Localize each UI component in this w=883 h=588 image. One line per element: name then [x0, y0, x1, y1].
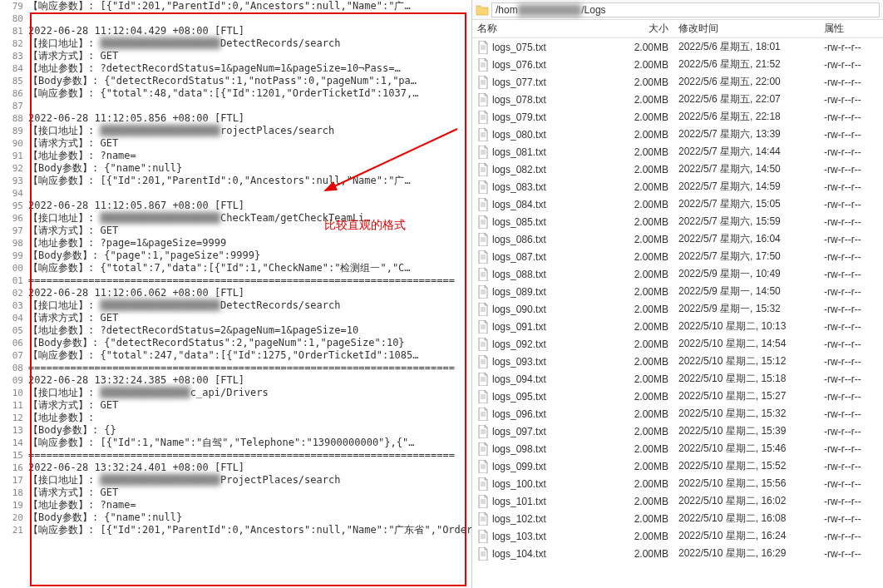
- code-line[interactable]: [28, 187, 471, 200]
- file-row[interactable]: logs_104.txt2.00MB2022/5/10 星期二, 16:29-r…: [472, 545, 883, 562]
- file-date: 2022/5/6 星期五, 22:07: [675, 92, 821, 106]
- code-line[interactable]: 【请求方式】: GET: [28, 137, 471, 150]
- code-line[interactable]: 【Body参数】: {}: [28, 424, 471, 437]
- code-line[interactable]: 【Body参数】: {"page":1,"pageSize":9999}: [28, 250, 471, 262]
- header-date[interactable]: 修改时间: [675, 22, 821, 36]
- file-row[interactable]: logs_077.txt2.00MB2022/5/6 星期五, 22:00-rw…: [472, 73, 883, 91]
- code-line[interactable]: 【Body参数】: {"name":null}: [28, 511, 471, 524]
- header-size[interactable]: 大小: [621, 22, 675, 36]
- code-line[interactable]: 【响应参数】: [{"Id":201,"ParentId":0,"Ancesto…: [28, 524, 471, 536]
- header-attr[interactable]: 属性: [821, 22, 883, 36]
- code-line[interactable]: 2022-06-28 11:12:06.062 +08:00 [FTL]: [28, 287, 471, 299]
- file-date: 2022/5/9 星期一, 15:32: [675, 302, 821, 316]
- code-line[interactable]: 【Body参数】: {"detectRecordStatus":1,"notPa…: [28, 75, 471, 87]
- file-date: 2022/5/10 星期二, 16:29: [675, 546, 821, 561]
- file-size: 2.00MB: [621, 304, 675, 315]
- file-row[interactable]: logs_082.txt2.00MB2022/5/7 星期六, 14:50-rw…: [472, 161, 883, 178]
- file-row[interactable]: logs_079.txt2.00MB2022/5/6 星期五, 22:18-rw…: [472, 108, 883, 126]
- code-line[interactable]: ========================================…: [28, 449, 471, 462]
- code-line[interactable]: 【请求方式】: GET: [28, 399, 471, 412]
- file-row[interactable]: logs_092.txt2.00MB2022/5/10 星期二, 14:54-r…: [472, 335, 883, 353]
- code-line[interactable]: 【响应参数】: [{"Id":201,"ParentId":0,"Ancesto…: [28, 0, 471, 12]
- file-row[interactable]: logs_101.txt2.00MB2022/5/10 星期二, 16:02-r…: [472, 492, 883, 510]
- code-line[interactable]: [28, 12, 471, 25]
- code-line[interactable]: 【地址参数】: ?name=: [28, 499, 471, 511]
- file-row[interactable]: logs_083.txt2.00MB2022/5/7 星期六, 14:59-rw…: [472, 178, 883, 195]
- code-line[interactable]: ========================================…: [28, 274, 471, 287]
- code-line[interactable]: 【Body参数】: {"name":null}: [28, 162, 471, 175]
- file-size: 2.00MB: [621, 548, 675, 560]
- file-size: 2.00MB: [621, 373, 675, 385]
- file-row[interactable]: logs_078.txt2.00MB2022/5/6 星期五, 22:07-rw…: [472, 91, 883, 108]
- code-line[interactable]: 【地址参数】: ?name=: [28, 150, 471, 162]
- file-row[interactable]: logs_095.txt2.00MB2022/5/10 星期二, 15:27-r…: [472, 388, 883, 405]
- file-name: logs_088.txt: [492, 269, 546, 280]
- file-row[interactable]: logs_084.txt2.00MB2022/5/7 星期六, 15:05-rw…: [472, 195, 883, 213]
- code-line[interactable]: [28, 100, 471, 112]
- code-line[interactable]: 【地址参数】:: [28, 412, 471, 424]
- file-size: 2.00MB: [621, 408, 675, 420]
- file-row[interactable]: logs_088.txt2.00MB2022/5/9 星期一, 10:49-rw…: [472, 265, 883, 283]
- file-row[interactable]: logs_098.txt2.00MB2022/5/10 星期二, 15:46-r…: [472, 440, 883, 457]
- file-attr: -rw-r--r--: [821, 548, 883, 560]
- file-row[interactable]: logs_094.txt2.00MB2022/5/10 星期二, 15:18-r…: [472, 370, 883, 388]
- file-attr: -rw-r--r--: [821, 234, 883, 245]
- code-content[interactable]: 【响应参数】: [{"Id":201,"ParentId":0,"Ancesto…: [28, 0, 471, 536]
- file-row[interactable]: logs_091.txt2.00MB2022/5/10 星期二, 10:13-r…: [472, 318, 883, 335]
- code-line[interactable]: 【请求方式】: GET: [28, 50, 471, 62]
- file-date: 2022/5/6 星期五, 21:52: [675, 57, 821, 72]
- file-row[interactable]: logs_102.txt2.00MB2022/5/10 星期二, 16:08-r…: [472, 510, 883, 527]
- file-row[interactable]: logs_096.txt2.00MB2022/5/10 星期二, 15:32-r…: [472, 405, 883, 422]
- code-line[interactable]: 【接口地址】: ████████████████████rojectPlaces…: [28, 125, 471, 137]
- file-row[interactable]: logs_100.txt2.00MB2022/5/10 星期二, 15:56-r…: [472, 475, 883, 492]
- code-line[interactable]: ========================================…: [28, 362, 471, 374]
- code-line[interactable]: 2022-06-28 11:12:05.867 +08:00 [FTL]: [28, 200, 471, 212]
- code-line[interactable]: 2022-06-28 13:32:24.385 +08:00 [FTL]: [28, 374, 471, 387]
- code-line[interactable]: 2022-06-28 11:12:04.429 +08:00 [FTL]: [28, 25, 471, 37]
- code-line[interactable]: 【地址参数】: ?page=1&pageSize=9999: [28, 237, 471, 250]
- file-date: 2022/5/10 星期二, 15:46: [675, 442, 821, 456]
- code-line[interactable]: 2022-06-28 13:32:24.401 +08:00 [FTL]: [28, 462, 471, 474]
- file-row[interactable]: logs_085.txt2.00MB2022/5/7 星期六, 15:59-rw…: [472, 213, 883, 230]
- code-line[interactable]: 【接口地址】: ████████████████████ProjectPlace…: [28, 474, 471, 487]
- file-row[interactable]: logs_097.txt2.00MB2022/5/10 星期二, 15:39-r…: [472, 422, 883, 440]
- file-name: logs_098.txt: [492, 443, 546, 455]
- file-list: logs_075.txt2.00MB2022/5/6 星期五, 18:01-rw…: [472, 38, 883, 588]
- code-line[interactable]: 【地址参数】: ?detectRecordStatus=2&pageNum=1&…: [28, 324, 471, 337]
- file-row[interactable]: logs_080.txt2.00MB2022/5/7 星期六, 13:39-rw…: [472, 126, 883, 143]
- file-row[interactable]: logs_087.txt2.00MB2022/5/7 星期六, 17:50-rw…: [472, 248, 883, 265]
- code-line[interactable]: 【接口地址】: ████████████████████DetectRecord…: [28, 37, 471, 50]
- file-date: 2022/5/10 星期二, 10:13: [675, 319, 821, 334]
- file-row[interactable]: logs_076.txt2.00MB2022/5/6 星期五, 21:52-rw…: [472, 56, 883, 73]
- code-line[interactable]: 【响应参数】: {"total":7,"data":[{"Id":1,"Chec…: [28, 262, 471, 274]
- file-date: 2022/5/10 星期二, 16:02: [675, 494, 821, 508]
- code-line[interactable]: 【Body参数】: {"detectRecordStatus":2,"pageN…: [28, 337, 471, 349]
- file-date: 2022/5/10 星期二, 15:12: [675, 354, 821, 368]
- code-line[interactable]: 【地址参数】: ?detectRecordStatus=1&pageNum=1&…: [28, 62, 471, 75]
- code-line[interactable]: 【接口地址】: ████████████████████DetectRecord…: [28, 299, 471, 312]
- file-row[interactable]: logs_090.txt2.00MB2022/5/9 星期一, 15:32-rw…: [472, 300, 883, 318]
- file-row[interactable]: logs_093.txt2.00MB2022/5/10 星期二, 15:12-r…: [472, 353, 883, 370]
- file-size: 2.00MB: [621, 164, 675, 175]
- file-attr: -rw-r--r--: [821, 164, 883, 175]
- header-name[interactable]: 名称: [472, 22, 621, 36]
- file-row[interactable]: logs_099.txt2.00MB2022/5/10 星期二, 15:52-r…: [472, 457, 883, 475]
- file-attr: -rw-r--r--: [821, 269, 883, 280]
- code-line[interactable]: 2022-06-28 11:12:05.856 +08:00 [FTL]: [28, 112, 471, 125]
- file-attr: -rw-r--r--: [821, 251, 883, 263]
- code-line[interactable]: 【响应参数】: [{"Id":201,"ParentId":0,"Ancesto…: [28, 175, 471, 187]
- code-line[interactable]: 【响应参数】: {"total":247,"data":[{"Id":1275,…: [28, 349, 471, 362]
- file-row[interactable]: logs_075.txt2.00MB2022/5/6 星期五, 18:01-rw…: [472, 38, 883, 56]
- file-size: 2.00MB: [621, 321, 675, 333]
- code-line[interactable]: 【响应参数】: {"total":48,"data":[{"Id":1201,"…: [28, 87, 471, 100]
- code-line[interactable]: 【接口地址】: ███████████████c_api/Drivers: [28, 387, 471, 399]
- file-name: logs_084.txt: [492, 199, 546, 210]
- code-line[interactable]: 【请求方式】: GET: [28, 312, 471, 324]
- code-line[interactable]: 【请求方式】: GET: [28, 487, 471, 499]
- path-input[interactable]: /hom█████████/Logs: [491, 2, 880, 17]
- file-row[interactable]: logs_089.txt2.00MB2022/5/9 星期一, 14:50-rw…: [472, 283, 883, 300]
- file-row[interactable]: logs_081.txt2.00MB2022/5/7 星期六, 14:44-rw…: [472, 143, 883, 161]
- code-line[interactable]: 【响应参数】: [{"Id":1,"Name":"自驾","Telephone"…: [28, 437, 471, 449]
- file-row[interactable]: logs_086.txt2.00MB2022/5/7 星期六, 16:04-rw…: [472, 230, 883, 248]
- file-row[interactable]: logs_103.txt2.00MB2022/5/10 星期二, 16:24-r…: [472, 527, 883, 545]
